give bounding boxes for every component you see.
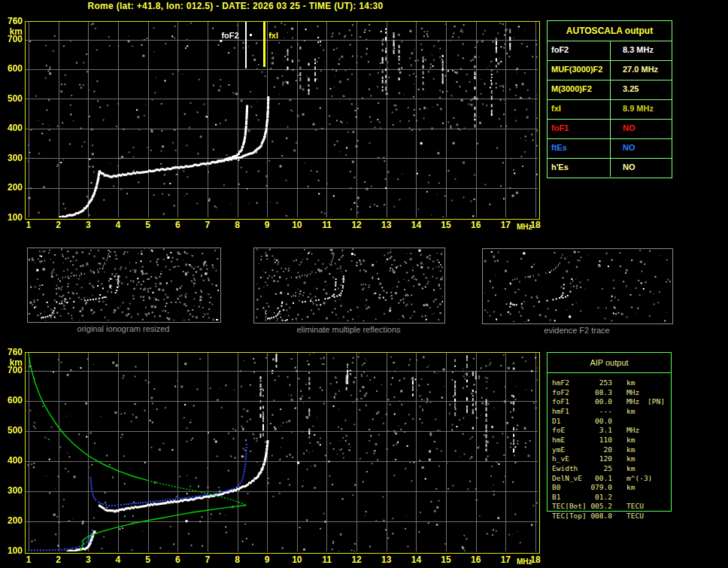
- top-y-tick-label: 200: [1, 182, 23, 193]
- top-x-tick-label: 2: [50, 220, 67, 230]
- fxi-marker-line: [263, 22, 265, 67]
- aip-cell: 253: [567, 378, 612, 387]
- aip-cell: ---: [567, 407, 612, 415]
- bottom-x-tick-label: 13: [378, 554, 395, 565]
- aip-row-fof2: foF208.3MHz: [548, 388, 675, 398]
- top-y-axis-unit-label: km: [1, 26, 23, 37]
- top-x-tick-label: 7: [199, 220, 216, 230]
- autoscala-app-window: Rome (lat: +41.8, lon: 012.5) - DATE: 20…: [0, 0, 728, 568]
- autoscala-row-label: foF2: [551, 41, 569, 59]
- aip-row-b0: B0079.0km: [548, 483, 675, 493]
- top-y-tick-label: 760: [1, 16, 23, 26]
- top-x-tick-label: 13: [378, 220, 395, 230]
- aip-cell: km: [626, 483, 635, 491]
- top-ionogram-canvas: [26, 22, 538, 217]
- top-x-tick-label: 17: [497, 220, 514, 230]
- aip-cell: 25: [567, 464, 612, 472]
- aip-cell: km: [626, 436, 635, 444]
- aip-cell: 00.1: [567, 474, 612, 482]
- top-x-tick-label: 10: [289, 220, 305, 230]
- top-x-tick-label: 11: [318, 220, 335, 230]
- thumbnail-original-canvas: [28, 248, 219, 320]
- autoscala-row-muf3000f2: MUF(3000)F227.0 MHz: [548, 60, 672, 80]
- aip-cell: km: [626, 378, 635, 387]
- aip-cell: hmE: [552, 436, 565, 444]
- bottom-x-tick-label: 5: [140, 554, 156, 565]
- aip-cell: MHz: [626, 397, 639, 405]
- aip-cell: 110: [567, 436, 612, 444]
- bottom-x-tick-label: 7: [199, 554, 216, 565]
- aip-cell: 01.2: [567, 493, 612, 501]
- thumbnail-caption-eliminate: eliminate multiple reflections: [253, 325, 444, 334]
- aip-cell: km: [626, 464, 635, 472]
- fof2-marker-dot: [250, 34, 252, 36]
- top-x-tick-label: 5: [140, 220, 156, 230]
- aip-row-hmf2: hmF2253km: [548, 378, 675, 388]
- bottom-x-tick-label: 14: [408, 554, 424, 565]
- aip-cell: ymE: [552, 445, 565, 454]
- aip-cell: TECU: [626, 512, 644, 520]
- autoscala-row-value: NO: [623, 119, 635, 138]
- top-x-tick-label: 9: [259, 220, 275, 230]
- top-x-tick-label: 16: [468, 220, 484, 230]
- top-ionogram-plot: foF2 fxI: [25, 21, 540, 220]
- fof2-marker-line: [245, 22, 247, 68]
- bottom-y-tick-label: 300: [1, 485, 23, 496]
- autoscala-row-m3000f2: M(3000)F23.25: [548, 80, 672, 100]
- thumbnail-original-ionogram: [27, 248, 221, 323]
- top-x-tick-label: 6: [169, 220, 186, 230]
- aip-row-yme: ymE20km: [548, 445, 675, 455]
- aip-title-divider: [548, 372, 671, 373]
- aip-cell: 120: [567, 454, 612, 463]
- autoscala-row-fof2: foF28.3 MHz: [548, 41, 672, 61]
- bottom-profile-plot: [25, 352, 540, 554]
- bottom-x-tick-label: 2: [50, 554, 67, 565]
- autoscala-row-label: fxI: [551, 99, 561, 118]
- top-y-tick-label: 300: [1, 153, 23, 163]
- bottom-y-tick-label: 500: [1, 425, 23, 436]
- top-y-tick-label: 500: [1, 93, 23, 104]
- top-x-tick-label: 18: [527, 220, 544, 230]
- bottom-x-tick-label: 6: [169, 554, 186, 565]
- autoscala-output-panel: AUTOSCALA output foF28.3 MHzMUF(3000)F22…: [547, 20, 672, 178]
- aip-row-d1: D100.0: [548, 417, 675, 427]
- top-x-tick-label: 4: [110, 220, 126, 230]
- thumbnail-evidence-f2: [482, 248, 673, 324]
- fxi-marker-label: fxI: [268, 31, 278, 40]
- aip-cell: D1: [552, 417, 560, 425]
- autoscala-row-value: 8.3 MHz: [623, 41, 654, 59]
- autoscala-row-value: NO: [623, 158, 635, 177]
- autoscala-panel-title: AUTOSCALA output: [548, 21, 672, 41]
- top-y-tick-label: 100: [1, 212, 23, 223]
- bottom-y-tick-label: 100: [1, 545, 23, 556]
- aip-cell: B0: [552, 483, 560, 491]
- aip-row-hmf1: hmF1---km: [548, 407, 675, 417]
- bottom-x-tick-label: 17: [497, 554, 514, 565]
- autoscala-row-fof1: foF1NO: [548, 119, 672, 139]
- autoscala-row-hes: h'EsNO: [548, 158, 672, 178]
- bottom-y-tick-label: 200: [1, 515, 23, 526]
- aip-cell: km: [626, 454, 635, 463]
- thumbnail-eliminate-reflections: [253, 248, 445, 323]
- top-x-tick-label: 8: [229, 220, 246, 230]
- top-y-tick-label: 400: [1, 123, 23, 133]
- aip-row-hme: hmE110km: [548, 436, 675, 445]
- aip-row-foe: foE3.1MHz: [548, 426, 675, 436]
- bottom-x-tick-label: 9: [259, 554, 275, 565]
- autoscala-row-label: foF1: [551, 119, 569, 138]
- autoscala-row-value: 27.0 MHz: [623, 60, 658, 79]
- bottom-y-tick-label: 600: [1, 395, 23, 405]
- bottom-x-tick-label: 3: [80, 554, 96, 565]
- autoscala-row-value: NO: [623, 138, 635, 157]
- aip-cell: MHz: [626, 388, 639, 396]
- top-x-tick-label: 15: [438, 220, 454, 230]
- aip-row-delnve: DelN_vE00.1m^(-3): [548, 474, 675, 484]
- top-y-tick-label: 600: [1, 63, 23, 74]
- top-x-tick-label: 1: [20, 220, 37, 230]
- autoscala-row-label: M(3000)F2: [551, 80, 592, 99]
- aip-row-hve: h_vE120km: [548, 454, 675, 464]
- autoscala-row-fxi: fxI8.9 MHz: [548, 99, 672, 120]
- station-date-time-title: Rome (lat: +41.8, lon: 012.5) - DATE: 20…: [25, 1, 446, 11]
- aip-cell: 00.0: [567, 397, 612, 405]
- thumbnail-evidence-canvas: [483, 249, 671, 322]
